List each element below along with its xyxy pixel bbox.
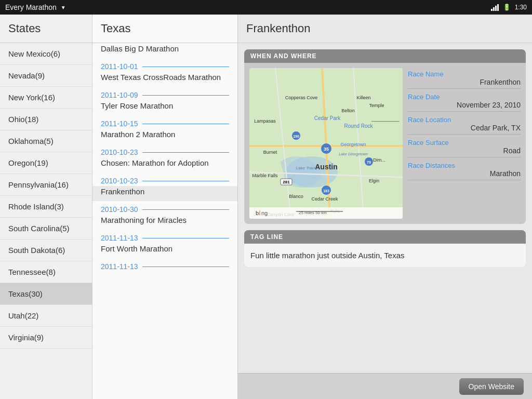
- state-item[interactable]: Pennsylvania(16): [0, 174, 92, 196]
- race-surface-value: Road: [503, 147, 521, 155]
- svg-text:Georgetown: Georgetown: [340, 142, 366, 147]
- battery-icon: 🔋: [503, 4, 511, 11]
- state-item[interactable]: Oregon(19): [0, 152, 92, 174]
- race-item[interactable]: West Texas CrossRoads Marathon: [92, 72, 237, 87]
- svg-text:25 miles    50 km: 25 miles 50 km: [299, 210, 327, 215]
- svg-text:ng: ng: [261, 210, 268, 216]
- detail-panel: Frankenthon WHEN AND WHERE: [238, 15, 532, 399]
- race-item[interactable]: Frankenthon: [92, 186, 237, 201]
- race-item-top[interactable]: Dallas Big D Marathon: [92, 43, 237, 58]
- svg-text:Lake Georgetown: Lake Georgetown: [339, 152, 367, 156]
- svg-text:Marble Falls: Marble Falls: [252, 173, 278, 178]
- race-date: 2010-10-23: [92, 144, 237, 157]
- map-svg: 35 183 281 190 79: [249, 68, 403, 219]
- race-group: 2011-10-09Tyler Rose Marathon: [92, 87, 237, 115]
- tagline-card: TAG LINE Fun little marathon just outsid…: [244, 230, 526, 267]
- race-date: 2010-10-23: [92, 172, 237, 186]
- state-item[interactable]: New York(16): [0, 87, 92, 109]
- race-distances-value: Marathon: [490, 169, 521, 178]
- state-item[interactable]: South Dakota(6): [0, 240, 92, 261]
- race-details: Race Name Frankenthon Race Date November…: [408, 68, 521, 219]
- races-header: Texas: [92, 15, 237, 43]
- main-container: States New Mexico(6)Nevada(9)New York(16…: [0, 15, 532, 399]
- state-item[interactable]: Utah(22): [0, 305, 92, 327]
- svg-text:Killeen: Killeen: [356, 95, 370, 100]
- svg-text:Elgin: Elgin: [369, 178, 379, 183]
- race-name-label: Race Name: [408, 70, 444, 78]
- svg-text:Copperas Cove: Copperas Cove: [285, 95, 318, 100]
- state-item[interactable]: Oklahoma(5): [0, 130, 92, 152]
- race-item[interactable]: Tyler Rose Marathon: [92, 100, 237, 115]
- state-item[interactable]: Rhode Island(3): [0, 196, 92, 218]
- svg-text:Blanco: Blanco: [289, 194, 303, 199]
- map-container: 35 183 281 190 79: [249, 68, 403, 219]
- state-item[interactable]: New Mexico(6): [0, 43, 92, 65]
- race-item[interactable]: Marathoning for Miracles: [92, 215, 237, 230]
- race-name-value: Frankenthon: [480, 78, 521, 86]
- race-distances-row: Race Distances Marathon: [408, 162, 521, 180]
- race-group: 2011-11-13: [92, 258, 237, 278]
- svg-text:Austin: Austin: [315, 163, 338, 171]
- race-distances-label: Race Distances: [408, 162, 455, 169]
- race-date-label: Race Date: [408, 93, 440, 101]
- race-date-row: Race Date November 23, 2010: [408, 93, 521, 112]
- tagline-body: Fun little marathon just outside Austin,…: [244, 244, 526, 267]
- svg-text:190: 190: [293, 135, 299, 138]
- race-location-label: Race Location: [408, 116, 451, 124]
- svg-text:Dim...: Dim...: [373, 157, 385, 163]
- state-item[interactable]: Texas(30): [0, 283, 92, 305]
- state-item[interactable]: South Carolina(5): [0, 218, 92, 240]
- states-panel: States New Mexico(6)Nevada(9)New York(16…: [0, 15, 92, 399]
- race-group: 2010-10-30Marathoning for Miracles: [92, 201, 237, 230]
- state-item[interactable]: Ohio(18): [0, 109, 92, 130]
- race-location-value: Cedar Park, TX: [471, 124, 521, 132]
- race-group: 2011-10-15Marathon 2 Marathon: [92, 115, 237, 144]
- svg-text:Cedar Creek: Cedar Creek: [311, 196, 338, 202]
- race-location-row: Race Location Cedar Park, TX: [408, 116, 521, 135]
- svg-text:Lake Travis: Lake Travis: [296, 166, 317, 170]
- tagline-header: TAG LINE: [244, 230, 526, 244]
- race-date: 2010-10-30: [92, 201, 237, 215]
- race-group: 2010-10-23Chosen: Marathon for Adoption: [92, 144, 237, 172]
- svg-text:79: 79: [367, 161, 371, 164]
- svg-text:i: i: [259, 209, 261, 217]
- race-surface-row: Race Surface Road: [408, 139, 521, 157]
- race-group: 2011-10-01West Texas CrossRoads Marathon: [92, 58, 237, 87]
- race-group: 2010-10-23Frankenthon: [92, 172, 237, 201]
- state-item[interactable]: Tennessee(8): [0, 261, 92, 283]
- race-item[interactable]: Marathon 2 Marathon: [92, 129, 237, 144]
- svg-text:281: 281: [283, 180, 290, 184]
- race-item[interactable]: [92, 272, 237, 278]
- races-panel: Texas Dallas Big D Marathon 2011-10-01We…: [92, 15, 238, 399]
- state-item[interactable]: Nevada(9): [0, 65, 92, 87]
- svg-text:Lampasas: Lampasas: [254, 118, 276, 124]
- svg-text:Burnet: Burnet: [263, 150, 277, 155]
- signal-icon: [491, 4, 499, 11]
- status-right: 🔋 1:30: [491, 4, 527, 11]
- race-date: 2011-10-09: [92, 87, 237, 100]
- race-date: 2011-11-13: [92, 258, 237, 272]
- race-name-row: Race Name Frankenthon: [408, 70, 521, 89]
- svg-text:35: 35: [324, 147, 329, 152]
- states-list: New Mexico(6)Nevada(9)New York(16)Ohio(1…: [0, 43, 92, 399]
- svg-text:Round Rock: Round Rock: [344, 123, 373, 129]
- when-and-where-header: WHEN AND WHERE: [244, 49, 526, 63]
- card-body: 35 183 281 190 79: [244, 63, 526, 224]
- detail-content: WHEN AND WHERE: [238, 43, 532, 373]
- race-item[interactable]: Fort Worth Marathon: [92, 243, 237, 258]
- svg-text:Belton: Belton: [341, 108, 355, 113]
- svg-text:Cedar Park: Cedar Park: [314, 115, 341, 121]
- when-and-where-card: WHEN AND WHERE: [244, 49, 526, 224]
- race-item[interactable]: Chosen: Marathon for Adoption: [92, 157, 237, 172]
- time-display: 1:30: [515, 4, 527, 11]
- dropdown-arrow-icon[interactable]: ▼: [61, 5, 66, 10]
- open-website-button[interactable]: Open Website: [459, 378, 524, 395]
- detail-header: Frankenthon: [238, 15, 532, 43]
- states-header: States: [0, 15, 92, 43]
- race-group: 2011-11-13Fort Worth Marathon: [92, 230, 237, 258]
- state-item[interactable]: Virginia(9): [0, 327, 92, 349]
- race-surface-label: Race Surface: [408, 139, 449, 147]
- status-bar: Every Marathon ▼ 🔋 1:30: [0, 0, 532, 15]
- race-date: 2011-10-15: [92, 115, 237, 129]
- races-list: Dallas Big D Marathon 2011-10-01West Tex…: [92, 43, 237, 399]
